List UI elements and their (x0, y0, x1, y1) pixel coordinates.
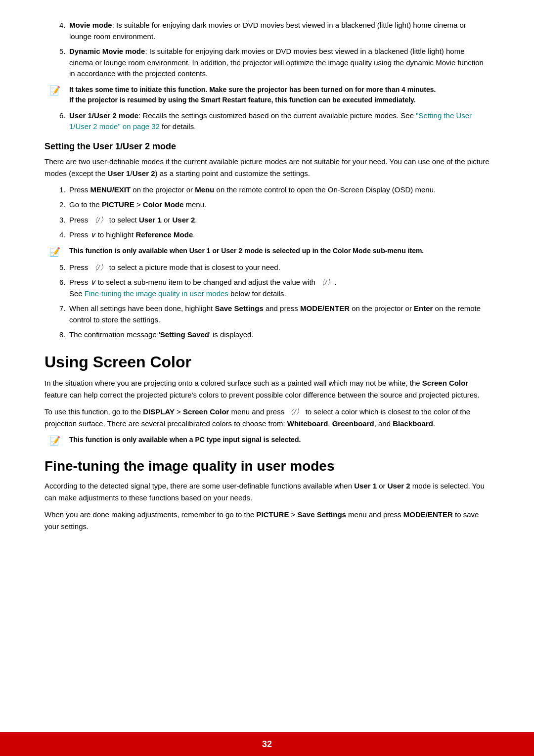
ref-mode-bold: Reference Mode (135, 230, 193, 239)
whiteboard-bold: Whiteboard (287, 419, 328, 428)
item-num-5: 5. (44, 46, 69, 80)
step-num-2: 2. (44, 199, 69, 211)
screen-color-bold: Screen Color (422, 379, 468, 387)
fine-tuning-link[interactable]: Fine-tuning the image quality in user mo… (85, 289, 228, 298)
step-5: 5. Press 〈/〉 to select a picture mode th… (44, 262, 490, 273)
note-box-3: 📝 This function is only available when a… (44, 435, 490, 446)
chevron-symbol-3: 〈/〉 (90, 215, 107, 226)
step-num-8: 8. (44, 329, 69, 341)
screen-color-para1: In the situation where you are projectin… (44, 377, 490, 401)
step-content-6: Press ∨ to select a sub-menu item to be … (69, 277, 490, 299)
step-content-3: Press 〈/〉 to select User 1 or User 2. (69, 215, 490, 226)
note-text-3: This function is only available when a P… (69, 435, 301, 445)
step-content-2: Go to the PICTURE > Color Mode menu. (69, 199, 490, 211)
step-7: 7. When all settings have been done, hig… (44, 303, 490, 325)
step-num-1: 1. (44, 184, 69, 196)
step-content-7: When all settings have been done, highli… (69, 303, 490, 325)
item4-text: : Is suitable for enjoying dark movies o… (69, 21, 466, 41)
mid-list: 6. User 1/User 2 mode: Recalls the setti… (44, 110, 490, 133)
top-list: 4. Movie mode: Is suitable for enjoying … (44, 20, 490, 80)
step-num-7: 7. (44, 303, 69, 325)
step-num-4: 4. (44, 229, 69, 241)
chevron-symbol-6b: 〈/〉 (317, 277, 334, 288)
mode-enter-ft: MODE/ENTER (403, 510, 453, 519)
display-bold: DISPLAY (143, 407, 175, 416)
note-box-1: 📝 It takes some time to initiate this fu… (44, 85, 490, 105)
step-num-3: 3. (44, 215, 69, 226)
greenboard-bold: Greenboard (332, 419, 374, 428)
screen-color-heading: Using Screen Color (44, 353, 490, 371)
user1-step3: User 1 (139, 216, 162, 224)
item-content-4: Movie mode: Is suitable for enjoying dar… (69, 20, 490, 42)
step-6: 6. Press ∨ to select a sub-menu item to … (44, 277, 490, 299)
note-icon-3: 📝 (49, 435, 65, 446)
screen-color-bold2: Screen Color (183, 407, 229, 416)
chevron-symbol-5: 〈/〉 (90, 262, 107, 273)
item-content-6: User 1/User 2 mode: Recalls the settings… (69, 110, 490, 133)
step-num-6: 6. (44, 277, 69, 299)
chevron-screen-color: 〈/〉 (286, 406, 303, 418)
picture-bold: PICTURE (102, 200, 134, 209)
list-item-6: 6. User 1/User 2 mode: Recalls the setti… (44, 110, 490, 133)
screen-color-para2: To use this function, go to the DISPLAY … (44, 406, 490, 430)
fine-tuning-heading: Fine-tuning the image quality in user mo… (44, 458, 490, 475)
fine-tuning-para1: According to the detected signal type, t… (44, 480, 490, 504)
page-number: 32 (262, 739, 272, 750)
step-content-4: Press ∨ to highlight Reference Mode. (69, 229, 490, 241)
step-2: 2. Go to the PICTURE > Color Mode menu. (44, 199, 490, 211)
item-content-5: Dynamic Movie mode: Is suitable for enjo… (69, 46, 490, 80)
steps-list-2: 5. Press 〈/〉 to select a picture mode th… (44, 262, 490, 341)
user2-bold: User 2 (133, 169, 155, 178)
user1-ft: User 1 (354, 482, 377, 490)
item4-bold: Movie mode (69, 21, 112, 29)
note-icon-1: 📝 (49, 85, 65, 96)
picture-ft: PICTURE (257, 510, 289, 519)
list-item-4: 4. Movie mode: Is suitable for enjoying … (44, 20, 490, 42)
step-8: 8. The confirmation message 'Setting Sav… (44, 329, 490, 341)
step-content-8: The confirmation message 'Setting Saved'… (69, 329, 490, 341)
down-symbol-6: ∨ (90, 277, 96, 288)
note-text-2: This function is only available when Use… (69, 246, 424, 256)
fine-tuning-para2: When you are done making adjustments, re… (44, 509, 490, 533)
color-mode-bold: Color Mode (143, 200, 184, 209)
setting-saved-bold: Setting Saved (160, 330, 209, 339)
save-settings-bold: Save Settings (215, 304, 263, 312)
item-num-4: 4. (44, 20, 69, 42)
step-3: 3. Press 〈/〉 to select User 1 or User 2. (44, 215, 490, 226)
menu-exit-bold: MENU/EXIT (90, 185, 131, 194)
footer-bar: 32 (0, 732, 534, 756)
section-heading: Setting the User 1/User 2 mode (44, 141, 490, 152)
section-intro: There are two user-definable modes if th… (44, 156, 490, 179)
page-content: 4. Movie mode: Is suitable for enjoying … (0, 0, 534, 756)
save-settings-ft: Save Settings (298, 510, 346, 519)
steps-list-1: 1. Press MENU/EXIT on the projector or M… (44, 184, 490, 241)
enter-bold: Enter (414, 304, 433, 312)
item5-bold: Dynamic Movie mode (69, 47, 145, 55)
note-icon-2: 📝 (49, 246, 65, 257)
item-num-6: 6. (44, 110, 69, 133)
note-text-1: It takes some time to initiate this func… (69, 85, 436, 105)
note-box-2: 📝 This function is only available when U… (44, 246, 490, 257)
blackboard-bold: Blackboard (393, 419, 433, 428)
user2-step3: User 2 (172, 216, 195, 224)
user2-ft: User 2 (388, 482, 410, 490)
list-item-5: 5. Dynamic Movie mode: Is suitable for e… (44, 46, 490, 80)
step-num-5: 5. (44, 262, 69, 273)
step-4: 4. Press ∨ to highlight Reference Mode. (44, 229, 490, 241)
user1-bold: User 1 (108, 169, 131, 178)
menu-bold: Menu (195, 185, 214, 194)
step-content-1: Press MENU/EXIT on the projector or Menu… (69, 184, 490, 196)
item6-bold: User 1/User 2 mode (69, 111, 138, 120)
mode-enter-bold: MODE/ENTER (300, 304, 350, 312)
step-1: 1. Press MENU/EXIT on the projector or M… (44, 184, 490, 196)
step-content-5: Press 〈/〉 to select a picture mode that … (69, 262, 490, 273)
down-symbol-4: ∨ (90, 229, 96, 241)
